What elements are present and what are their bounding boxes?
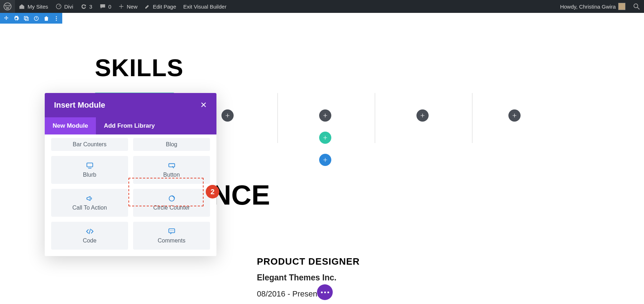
dashboard-icon <box>55 3 62 10</box>
search-icon <box>633 3 640 10</box>
duplicate-icon <box>23 15 29 21</box>
plus-icon <box>118 4 124 9</box>
modal-body: Bar Counters Blog Blurb Button Call To A… <box>45 134 216 256</box>
module-circle-counter[interactable]: Circle Counter <box>133 189 210 217</box>
admin-search[interactable] <box>629 0 644 13</box>
avatar <box>618 3 625 10</box>
section-settings[interactable] <box>12 14 20 22</box>
blurb-icon <box>86 162 94 170</box>
section-move[interactable] <box>2 14 10 22</box>
gear-icon <box>13 15 19 21</box>
module-label: Call To Action <box>72 205 107 211</box>
more-icon <box>53 15 59 21</box>
svg-rect-20 <box>169 164 175 167</box>
wp-logo[interactable] <box>0 0 15 13</box>
admin-new[interactable]: New <box>115 0 141 13</box>
admin-edit-page-label: Edit Page <box>153 4 176 10</box>
add-row[interactable] <box>319 132 331 144</box>
admin-site-name-label: Divi <box>64 4 73 10</box>
svg-point-6 <box>56 16 57 17</box>
trash-icon <box>43 15 49 21</box>
comments-icon <box>168 227 176 235</box>
modal-header[interactable]: Insert Module <box>45 93 216 117</box>
module-bar-counters[interactable]: Bar Counters <box>51 138 128 151</box>
admin-my-sites[interactable]: My Sites <box>15 0 52 13</box>
svg-point-23 <box>170 230 171 231</box>
admin-comments-count: 0 <box>108 4 111 10</box>
col-divider <box>375 93 375 143</box>
svg-rect-3 <box>24 16 27 19</box>
module-label: Bar Counters <box>73 141 106 148</box>
admin-comments[interactable]: 0 <box>96 0 115 13</box>
plus-icon <box>225 113 230 118</box>
modal-tabs: New Module Add From Library <box>45 117 216 134</box>
builder-fab[interactable] <box>317 284 333 300</box>
megaphone-icon <box>86 195 94 202</box>
add-module-col2[interactable] <box>221 109 234 122</box>
move-icon <box>3 15 9 21</box>
power-icon <box>33 15 39 21</box>
comment-icon <box>99 3 106 10</box>
module-button[interactable]: Button <box>133 156 210 184</box>
svg-point-7 <box>56 18 57 19</box>
section-more[interactable] <box>52 14 60 22</box>
pencil-icon <box>145 4 150 9</box>
admin-exit-visual-builder[interactable]: Exit Visual Builder <box>180 0 230 13</box>
callout-2: 2 <box>206 185 219 198</box>
refresh-icon <box>80 3 87 10</box>
plus-icon <box>420 113 425 118</box>
col-divider <box>472 93 473 143</box>
svg-point-2 <box>634 4 638 8</box>
svg-rect-4 <box>25 17 28 20</box>
module-code[interactable]: Code <box>51 222 128 250</box>
circle-counter-icon <box>168 195 176 202</box>
experience-heading-partial: NCE <box>211 179 270 211</box>
section-duplicate[interactable] <box>22 14 30 22</box>
button-icon <box>168 162 176 170</box>
svg-point-24 <box>171 230 172 231</box>
wp-admin-bar: My Sites Divi 3 0 New Edit Page Exit Vis… <box>0 0 644 13</box>
module-blurb[interactable]: Blurb <box>51 156 128 184</box>
product-designer-title: PRODUCT DESIGNER <box>257 256 360 267</box>
module-label: Circle Counter <box>153 205 190 211</box>
admin-edit-page[interactable]: Edit Page <box>141 0 180 13</box>
admin-my-sites-label: My Sites <box>28 4 48 10</box>
section-save[interactable] <box>32 14 40 22</box>
module-comments[interactable]: Comments <box>133 222 210 250</box>
module-blog[interactable]: Blog <box>133 138 210 151</box>
plus-icon <box>512 113 517 118</box>
module-label: Comments <box>158 237 185 244</box>
module-label: Blog <box>166 141 177 148</box>
admin-howdy[interactable]: Howdy, Christina Gwira <box>556 0 629 13</box>
add-module-col5[interactable] <box>508 109 521 122</box>
tab-new-module[interactable]: New Module <box>45 117 96 134</box>
module-call-to-action[interactable]: Call To Action <box>51 189 128 217</box>
add-module-col3[interactable] <box>319 109 331 122</box>
plus-icon <box>323 157 328 162</box>
plus-icon <box>323 135 328 140</box>
product-designer-company: Elegant Themes Inc. <box>257 273 336 283</box>
col-divider <box>277 93 278 143</box>
svg-point-25 <box>172 230 173 231</box>
house-icon <box>19 3 25 10</box>
admin-exit-vb-label: Exit Visual Builder <box>183 4 226 10</box>
add-section[interactable] <box>319 154 331 166</box>
wordpress-icon <box>4 3 11 10</box>
modal-title: Insert Module <box>54 100 105 110</box>
module-label: Blurb <box>83 172 96 178</box>
product-designer-dates: 08/2016 - Present <box>257 289 319 299</box>
section-delete[interactable] <box>42 14 50 22</box>
svg-point-8 <box>56 20 57 21</box>
admin-updates[interactable]: 3 <box>77 0 96 13</box>
admin-site-name[interactable]: Divi <box>52 0 77 13</box>
section-toolbar <box>0 13 62 24</box>
svg-rect-19 <box>87 163 93 167</box>
close-icon <box>200 101 207 108</box>
admin-howdy-label: Howdy, Christina Gwira <box>560 4 616 10</box>
modal-close[interactable] <box>200 100 207 111</box>
admin-updates-count: 3 <box>89 4 92 10</box>
tab-add-from-library[interactable]: Add From Library <box>96 117 163 134</box>
insert-module-modal: Insert Module New Module Add From Librar… <box>45 93 216 256</box>
add-module-col4[interactable] <box>416 109 429 122</box>
skills-heading: SKILLS <box>95 54 184 82</box>
